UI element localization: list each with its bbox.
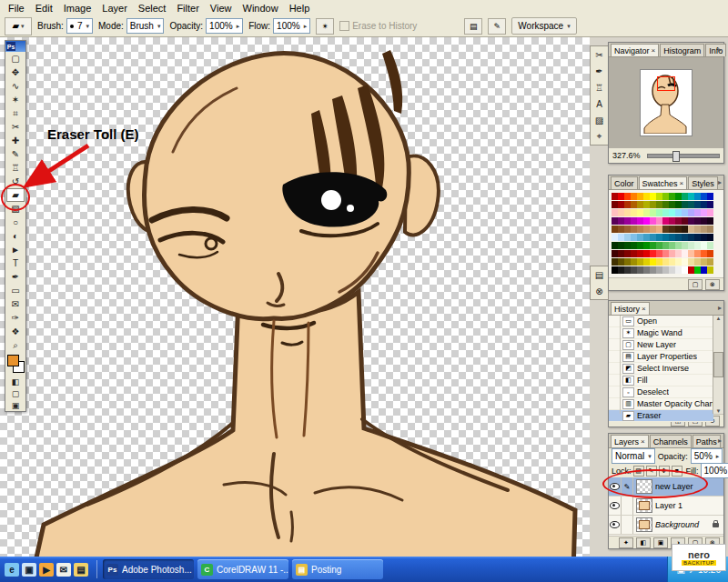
color-swatch[interactable]	[682, 250, 688, 257]
color-swatch[interactable]	[675, 217, 682, 225]
scrollbar-thumb[interactable]	[713, 352, 723, 377]
history-scrollbar[interactable]: ▲ ▼	[713, 316, 723, 414]
color-swatch[interactable]	[662, 266, 669, 274]
color-swatch[interactable]	[624, 258, 631, 266]
foreground-color-well[interactable]	[7, 355, 19, 366]
visibility-toggle[interactable]	[609, 477, 622, 496]
panel-menu-icon[interactable]: ▸	[718, 304, 722, 312]
color-swatch[interactable]	[637, 193, 643, 200]
color-swatch[interactable]	[662, 242, 669, 249]
color-swatch[interactable]	[618, 217, 624, 225]
layer-row-new-layer[interactable]: ✎new Layer	[609, 477, 723, 497]
swatches-tab-styles[interactable]: Styles	[688, 176, 718, 189]
color-swatch[interactable]	[643, 234, 650, 241]
menu-help[interactable]: Help	[284, 1, 316, 15]
color-swatch[interactable]	[637, 242, 643, 249]
color-swatch[interactable]	[675, 201, 682, 208]
color-swatch[interactable]	[637, 209, 643, 216]
lock-image-button[interactable]: ✎	[646, 466, 657, 477]
color-swatch[interactable]	[694, 258, 701, 266]
slider-thumb[interactable]	[672, 151, 680, 162]
layers-tab-paths[interactable]: Paths	[693, 435, 721, 447]
color-swatch[interactable]	[612, 242, 618, 249]
color-swatch[interactable]	[694, 193, 701, 200]
color-swatch[interactable]	[637, 226, 643, 233]
new-swatch-icon[interactable]: ▢	[688, 279, 703, 290]
color-swatch[interactable]	[637, 258, 643, 266]
color-swatch[interactable]	[682, 258, 688, 266]
color-swatch[interactable]	[624, 201, 631, 208]
color-swatch[interactable]	[682, 266, 688, 274]
color-wells[interactable]	[5, 353, 25, 375]
color-swatch[interactable]	[624, 266, 631, 274]
quick-mask-mode[interactable]: ◧	[6, 376, 25, 387]
color-swatch[interactable]	[631, 250, 637, 257]
color-swatch[interactable]	[669, 209, 675, 216]
color-swatch[interactable]	[662, 234, 669, 241]
color-swatch[interactable]	[682, 242, 688, 249]
lock-transparency-button[interactable]: ▨	[633, 466, 644, 477]
layers-tab-channels[interactable]: Channels	[650, 435, 692, 447]
layer-row-layer-1[interactable]: Layer 1	[609, 497, 723, 516]
color-swatch[interactable]	[612, 250, 618, 257]
layer-mask-icon[interactable]: ◧	[636, 537, 651, 548]
grid-tool[interactable]: ▤	[592, 266, 607, 283]
color-swatch[interactable]	[701, 258, 707, 266]
color-swatch[interactable]	[707, 209, 713, 216]
color-swatch[interactable]	[707, 217, 713, 225]
color-swatch[interactable]	[694, 266, 701, 274]
color-swatch[interactable]	[707, 234, 713, 241]
color-swatch[interactable]	[618, 226, 624, 233]
color-swatch[interactable]	[682, 201, 688, 208]
color-swatch[interactable]	[694, 226, 701, 233]
swatches-tab-color[interactable]: Color	[611, 176, 638, 189]
delete-swatch-icon[interactable]: ⊗	[705, 279, 720, 290]
color-swatch[interactable]	[643, 250, 650, 257]
show-desktop-icon[interactable]: ▣	[22, 563, 36, 577]
gradient-tool[interactable]: ▧	[6, 202, 25, 216]
color-swatch[interactable]	[650, 258, 656, 266]
internet-explorer-icon[interactable]: e	[5, 563, 19, 577]
color-swatch[interactable]	[624, 217, 631, 225]
magic-wand-tool[interactable]: ✶	[6, 93, 25, 106]
visibility-toggle[interactable]	[609, 497, 622, 515]
color-swatch[interactable]	[694, 242, 701, 249]
color-swatch[interactable]	[675, 242, 682, 249]
color-swatch[interactable]	[675, 193, 682, 200]
lasso-tool[interactable]: ∿	[6, 79, 25, 93]
menu-filter[interactable]: Filter	[171, 1, 204, 15]
color-swatch[interactable]	[643, 201, 650, 208]
color-swatch[interactable]	[624, 226, 631, 233]
color-swatch[interactable]	[707, 201, 713, 208]
toolbox-title-bar[interactable]: Ps	[5, 41, 25, 52]
color-swatch[interactable]	[707, 258, 713, 266]
color-swatch[interactable]	[643, 258, 650, 266]
taskbar-button-posting[interactable]: ▤Posting	[292, 559, 383, 579]
history-step-fill[interactable]: ◧Fill	[609, 375, 713, 386]
dodge-tool[interactable]: ◐	[6, 229, 25, 243]
taskbar-button-adobe-photosh[interactable]: PsAdobe Photosh...	[103, 559, 194, 579]
color-swatch[interactable]	[618, 193, 624, 200]
navigator-tab-info[interactable]: Info	[705, 44, 726, 56]
history-step-select-inverse[interactable]: ◩Select Inverse	[609, 363, 713, 375]
color-swatch[interactable]	[624, 250, 631, 257]
color-swatch[interactable]	[669, 258, 675, 266]
taskbar-button-coreldraw-11[interactable]: CCorelDRAW 11 -...	[197, 559, 288, 579]
color-swatch[interactable]	[688, 217, 694, 225]
color-swatch[interactable]	[707, 242, 713, 249]
history-step-layer-properties[interactable]: ▤Layer Properties	[609, 351, 713, 363]
opacity-input[interactable]: 100% ▸	[206, 18, 243, 34]
menu-view[interactable]: View	[205, 1, 238, 15]
mode-select[interactable]: Brush ▾	[126, 18, 165, 34]
history-step-open[interactable]: ▭Open	[609, 316, 713, 327]
color-swatch[interactable]	[637, 217, 643, 225]
brushes-palette-button[interactable]: ✎	[488, 18, 506, 35]
scroll-down-icon[interactable]: ▼	[716, 408, 722, 414]
color-swatch[interactable]	[688, 234, 694, 241]
color-swatch[interactable]	[650, 201, 656, 208]
stamp-tool[interactable]: ♖	[592, 79, 607, 95]
layers-tab-layers[interactable]: Layers×	[611, 435, 649, 447]
color-swatch[interactable]	[637, 266, 643, 274]
color-swatch[interactable]	[688, 242, 694, 249]
color-swatch[interactable]	[631, 193, 637, 200]
